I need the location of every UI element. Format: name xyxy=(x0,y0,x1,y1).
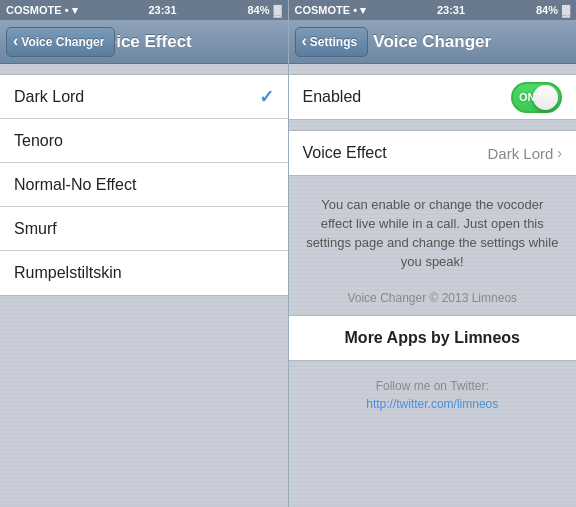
right-battery-area: 84% ▓ xyxy=(536,4,570,16)
right-status-bar: COSMOTE • ▾ 23:31 84% ▓ xyxy=(289,0,577,20)
left-status-bar: COSMOTE • ▾ 23:31 84% ▓ xyxy=(0,0,288,20)
voice-effect-chevron-icon: › xyxy=(557,145,562,161)
right-carrier: COSMOTE • ▾ xyxy=(295,4,367,17)
copyright-text: Voice Changer © 2013 Limneos xyxy=(289,285,577,315)
right-battery-icon: ▓ xyxy=(562,4,570,16)
toggle-thumb xyxy=(533,85,558,110)
left-panel: COSMOTE • ▾ 23:31 84% ▓ ‹ Voice Changer … xyxy=(0,0,288,507)
left-carrier: COSMOTE • ▾ xyxy=(6,4,78,17)
right-nav-bar: ‹ Settings Voice Changer xyxy=(289,20,577,64)
left-battery-area: 84% ▓ xyxy=(247,4,281,16)
list-item-smurf[interactable]: Smurf xyxy=(0,207,288,251)
right-back-label: Settings xyxy=(310,35,357,49)
left-back-button[interactable]: ‹ Voice Changer xyxy=(6,27,115,57)
list-item-label: Smurf xyxy=(14,220,57,238)
right-battery-text: 84% xyxy=(536,4,558,16)
enabled-label: Enabled xyxy=(303,88,362,106)
voice-effect-current-value: Dark Lord xyxy=(487,145,553,162)
right-back-chevron-icon: ‹ xyxy=(302,32,307,50)
checkmark-icon: ✓ xyxy=(259,86,274,108)
list-item-normal[interactable]: Normal-No Effect xyxy=(0,163,288,207)
twitter-url[interactable]: http://twitter.com/limneos xyxy=(305,395,561,413)
right-time: 23:31 xyxy=(437,4,465,16)
list-item-label: Dark Lord xyxy=(14,88,84,106)
left-time: 23:31 xyxy=(148,4,176,16)
enabled-section: Enabled ON xyxy=(289,74,577,120)
settings-container: Enabled ON Voice Effect Dark Lord › You … xyxy=(289,64,577,507)
list-item-dark-lord[interactable]: Dark Lord ✓ xyxy=(0,75,288,119)
voice-effect-row-label: Voice Effect xyxy=(303,144,387,162)
voice-effect-section: Voice Effect Dark Lord › xyxy=(289,130,577,176)
list-item-tenoro[interactable]: Tenoro xyxy=(0,119,288,163)
enabled-toggle[interactable]: ON xyxy=(511,82,562,113)
right-carrier-text: COSMOTE xyxy=(295,4,351,16)
right-nav-title: Voice Changer xyxy=(373,32,491,52)
toggle-on-label: ON xyxy=(519,91,536,103)
more-apps-section: More Apps by Limneos xyxy=(289,315,577,361)
left-carrier-text: COSMOTE xyxy=(6,4,62,16)
right-back-button[interactable]: ‹ Settings xyxy=(295,27,369,57)
left-back-chevron-icon: ‹ xyxy=(13,32,18,50)
right-panel: COSMOTE • ▾ 23:31 84% ▓ ‹ Settings Voice… xyxy=(289,0,577,507)
left-battery-icon: ▓ xyxy=(273,4,281,16)
voice-effect-list: Dark Lord ✓ Tenoro Normal-No Effect Smur… xyxy=(0,74,288,296)
more-apps-button[interactable]: More Apps by Limneos xyxy=(289,316,577,360)
enabled-row: Enabled ON xyxy=(289,75,577,119)
left-back-label: Voice Changer xyxy=(21,35,104,49)
list-item-label: Normal-No Effect xyxy=(14,176,136,194)
voice-effect-value-area: Dark Lord › xyxy=(487,145,562,162)
left-nav-bar: ‹ Voice Changer Voice Effect xyxy=(0,20,288,64)
list-item-label: Tenoro xyxy=(14,132,63,150)
voice-effect-row[interactable]: Voice Effect Dark Lord › xyxy=(289,131,577,175)
list-item-label: Rumpelstiltskin xyxy=(14,264,122,282)
follow-block: Follow me on Twitter: http://twitter.com… xyxy=(289,371,577,419)
left-battery-text: 84% xyxy=(247,4,269,16)
follow-label: Follow me on Twitter: xyxy=(305,377,561,395)
description-text: You can enable or change the vocoder eff… xyxy=(289,186,577,285)
list-item-rumpelstiltskin[interactable]: Rumpelstiltskin xyxy=(0,251,288,295)
voice-effect-list-container: Dark Lord ✓ Tenoro Normal-No Effect Smur… xyxy=(0,64,288,507)
